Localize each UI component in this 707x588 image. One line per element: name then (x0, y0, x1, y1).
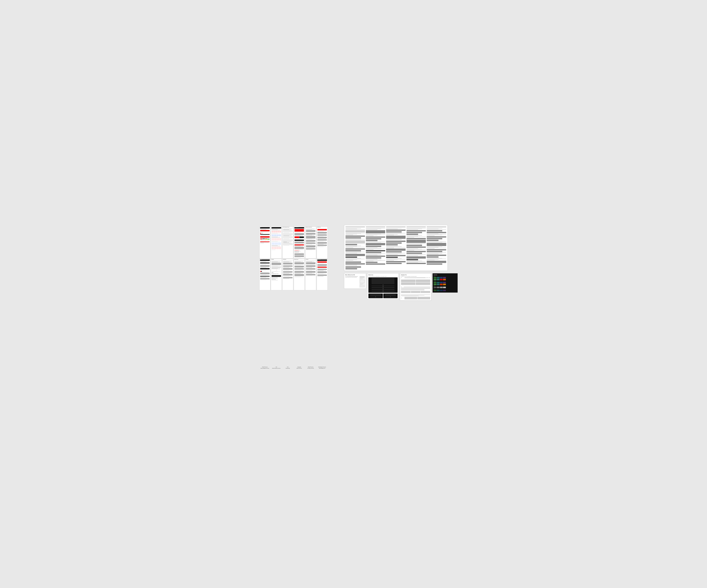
right-panel: What's different from VDS The content an… (344, 225, 448, 301)
label-9: Bottom Overview (294, 368, 305, 369)
swatch-row-4 (434, 284, 457, 285)
wf-col-header-5 (427, 227, 446, 228)
doc-thumb-9[interactable]: Fundamentals (282, 259, 293, 290)
swatch-row-5 (434, 287, 457, 288)
device-btn-5 (383, 291, 383, 292)
swatch-teal (437, 277, 440, 278)
whats-different-title: What's different from VDS (345, 274, 365, 276)
navigation-tile-content: Nav Title (401, 277, 430, 300)
swatch-s5 (434, 284, 436, 285)
device-bar-2 (372, 287, 395, 288)
swatch-t1 (434, 289, 436, 291)
navigation-tile-title: Navigation Tile (401, 274, 430, 276)
wf-col-5 (427, 227, 446, 269)
swatch-s3 (440, 282, 443, 283)
swatch-s2 (437, 282, 440, 283)
doc-thumb-retail-nav-tile[interactable]: Retail Navigation Tile (294, 227, 305, 258)
label-5: Dual Navigation Overview (317, 367, 328, 368)
whats-different-content: The content and typography design princi… (345, 276, 365, 287)
swatch-label-4: Title (434, 289, 457, 289)
device-mockup-tall (368, 277, 398, 293)
device-small-btn-2 (390, 297, 391, 297)
doc-thumb-grid[interactable]: Grid (271, 227, 282, 258)
device-btn-1 (383, 285, 383, 285)
wf-col-3 (386, 227, 406, 269)
document-grid: Color (259, 227, 335, 290)
doc-thumb-color[interactable]: Color (259, 227, 270, 258)
swatch-n3 (440, 287, 443, 288)
label-7: Retail Tile Bottom Overview (271, 368, 282, 369)
device-mockup-small-2 (383, 293, 398, 298)
doc-thumb-retail-plus[interactable]: Retail Plus Tile (317, 227, 328, 258)
wf-col-header-3 (386, 227, 406, 228)
doc-thumb-retail-ui[interactable]: Retail UI (259, 259, 270, 290)
wf-col-1 (345, 227, 365, 269)
swatch-t4 (443, 289, 446, 291)
label-11: Retail Navigation Tile (317, 368, 328, 369)
swatch-s1 (434, 282, 436, 283)
swatch-purple (443, 277, 446, 278)
button-icons-content (368, 277, 398, 299)
swatch-row-2 (434, 279, 457, 280)
swatch-row-3 (434, 282, 457, 283)
swatch-teal2 (437, 279, 440, 280)
swatch-s8 (443, 284, 446, 285)
doc-thumb-hardware[interactable]: Hardware and Environment (305, 227, 316, 258)
swatch-n4 (443, 287, 446, 288)
device-btn-3 (383, 288, 383, 289)
doc-thumb-10[interactable]: Bottom Overview (294, 259, 305, 290)
device-bar-1 (372, 286, 395, 286)
wf-col-4 (406, 227, 426, 269)
detail-panels: What's different from VDS The content an… (344, 273, 448, 301)
device-mockup-small-1 (368, 293, 383, 298)
button-icons-panel: Button icons The button icon patterns an… (367, 273, 399, 299)
label-0: Retail UI Overview (259, 367, 270, 368)
whats-different-screenshot (360, 276, 365, 287)
wf-col-header-1 (345, 227, 365, 228)
swatches-title: Swatches (434, 274, 457, 275)
wf-col-header-2 (366, 227, 385, 228)
swatch-orange (443, 279, 446, 280)
whats-different-panel: What's different from VDS The content an… (344, 273, 366, 289)
swatch-label-3: Neutral (434, 286, 457, 286)
label-6: Bottom Navigation Overview (259, 368, 270, 369)
doc-thumb-12[interactable]: Retail Nav Tile (317, 259, 328, 290)
doc-thumb-bottom-nav[interactable]: Bottom Navigation Overview (282, 227, 293, 258)
swatch-label-2: Secondary (434, 281, 457, 281)
swatch-t3 (440, 289, 443, 291)
swatch-blue (440, 277, 443, 278)
swatch-n1 (434, 287, 436, 288)
swatches-panel: Swatches Primary Secondary (433, 273, 458, 292)
swatch-n2 (437, 287, 440, 288)
swatch-t2 (437, 289, 440, 291)
doc-thumb-8[interactable]: Navigation ✓ Vertical Dual navigation sy… (271, 259, 282, 290)
device-small-bar-1 (370, 297, 381, 298)
label-3: Typography (294, 367, 305, 368)
wf-col-2 (366, 227, 385, 269)
swatch-green2 (434, 279, 436, 280)
bottom-labels: Retail UI Overview Grid Color Typography… (259, 367, 335, 369)
device-btn-2 (383, 286, 383, 287)
label-1: Grid (271, 367, 282, 368)
swatch-row-1 (434, 277, 457, 278)
navigation-tile-panel: Navigation Tile Navigation tile componen… (400, 273, 431, 301)
navigation-tile-sub: Navigation tile component specifications… (401, 276, 430, 277)
wf-col-header-4 (406, 227, 426, 228)
label-10: The Pattern Overview (305, 368, 316, 369)
main-canvas: Color (259, 223, 448, 365)
label-8: Fundamentals (282, 368, 293, 369)
swatch-label-1: Primary (434, 276, 457, 277)
swatch-s6 (437, 284, 440, 285)
button-icons-title: Button icons (368, 274, 398, 276)
button-icons-sub: The button icon patterns and usage guide… (368, 276, 398, 277)
wireframe-sheet-top (344, 225, 448, 271)
label-2: Color (282, 367, 293, 368)
swatch-red (440, 279, 443, 280)
swatch-green (434, 277, 436, 278)
swatch-s4 (443, 282, 446, 283)
device-bar-3 (372, 289, 395, 289)
doc-thumb-11[interactable]: The Pattern (305, 259, 316, 290)
label-4: Retail UI Overview (305, 367, 316, 368)
swatch-s7 (440, 284, 443, 285)
device-small-btn-1 (375, 297, 376, 297)
